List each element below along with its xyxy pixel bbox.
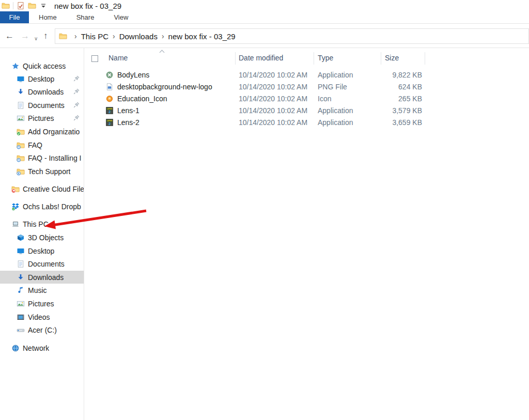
forward-button[interactable]: →	[21, 31, 29, 41]
breadcrumb-downloads[interactable]: Downloads	[119, 32, 158, 41]
sidebar-label: Pictures	[28, 300, 54, 308]
column-header-size[interactable]: Size	[385, 54, 399, 62]
file-name: desktopbackground-new-logo	[117, 83, 212, 91]
tab-share[interactable]: Share	[67, 11, 104, 23]
folder-icon	[59, 32, 67, 40]
properties-check-icon[interactable]	[17, 2, 25, 10]
file-size: 3,579 KB	[339, 106, 422, 115]
folder-icon[interactable]	[2, 2, 10, 10]
pin-icon	[73, 101, 80, 108]
sidebar-label: Acer (C:)	[28, 326, 57, 334]
folder-sync-icon	[17, 154, 25, 162]
tab-home[interactable]: Home	[29, 11, 67, 23]
breadcrumb-current-folder[interactable]: new box fix - 03_29	[168, 32, 236, 41]
divider	[13, 2, 13, 9]
svg-text:2: 2	[108, 121, 111, 126]
sidebar-item-acer-c-drive[interactable]: Acer (C:)	[0, 323, 84, 336]
sidebar-item-creative-cloud-files[interactable]: Creative Cloud File	[0, 182, 84, 195]
music-icon	[17, 286, 25, 294]
address-bar[interactable]: › This PC › Downloads › new box fix - 03…	[55, 28, 529, 44]
tab-file[interactable]: File	[0, 11, 29, 23]
sidebar-label: Add Organizatio	[28, 128, 80, 136]
sidebar-label: Quick access	[23, 62, 66, 70]
file-type: Icon	[318, 95, 331, 103]
column-header-date-modified[interactable]: Date modified	[239, 54, 283, 62]
sidebar-label: FAQ - Installing I	[28, 154, 81, 162]
sidebar-label: Videos	[28, 313, 50, 321]
up-button[interactable]: ↑	[43, 31, 48, 41]
column-header-name[interactable]: Name	[108, 54, 128, 62]
folder-check-icon	[17, 128, 25, 136]
breadcrumb-this-pc[interactable]: This PC	[81, 32, 108, 41]
sidebar-label: Desktop	[28, 247, 54, 255]
column-header-row: Name Date modified Type Size	[84, 50, 529, 66]
file-row-bodylens[interactable]: BodyLens 10/14/2020 10:02 AM Application…	[84, 69, 529, 81]
network-icon	[11, 344, 20, 352]
sidebar-item-faq-installing[interactable]: FAQ - Installing I	[0, 151, 84, 164]
sidebar-item-3d-objects[interactable]: 3D Objects	[0, 231, 84, 244]
sidebar-item-pictures[interactable]: Pictures	[0, 112, 84, 125]
window-title: new box fix - 03_29	[54, 2, 121, 10]
file-row-lens-2[interactable]: LENS2 Lens-2 10/14/2020 10:02 AM Applica…	[84, 117, 529, 129]
select-all-checkbox[interactable]	[91, 55, 98, 62]
sidebar-label: Tech Support	[28, 167, 71, 176]
desktop-icon	[17, 247, 25, 255]
sort-ascending-icon	[160, 50, 165, 55]
sidebar-item-quick-access[interactable]: Quick access	[0, 59, 84, 72]
sidebar-item-videos[interactable]: Videos	[0, 310, 84, 323]
education-orb-icon	[105, 95, 114, 103]
breadcrumb-separator-icon: ›	[70, 32, 81, 40]
sidebar-label: Ochs Labs! Dropb	[23, 203, 81, 211]
svg-text:2: 2	[108, 110, 111, 114]
sidebar-item-pictures-pc[interactable]: Pictures	[0, 297, 84, 310]
file-row-education-icon[interactable]: Education_Icon 10/14/2020 10:02 AM Icon …	[84, 93, 529, 105]
recent-locations-chevron-icon[interactable]: ∨	[34, 34, 38, 44]
sidebar-item-music[interactable]: Music	[0, 284, 84, 297]
sidebar-item-dropbox[interactable]: Ochs Labs! Dropb	[0, 200, 84, 213]
column-header-type[interactable]: Type	[318, 54, 333, 62]
column-resize-handle[interactable]	[235, 52, 236, 65]
column-resize-handle[interactable]	[425, 52, 425, 65]
column-resize-handle[interactable]	[381, 52, 381, 65]
back-button[interactable]: ←	[5, 31, 14, 41]
new-folder-icon[interactable]	[28, 2, 36, 10]
column-resize-handle[interactable]	[314, 52, 314, 65]
navigation-toolbar: ← → ∨ ↑ › This PC › Downloads › new box …	[0, 24, 529, 48]
file-name: Lens-2	[117, 118, 139, 127]
sidebar-item-this-pc[interactable]: This PC	[0, 217, 84, 230]
cube-icon	[17, 234, 25, 242]
laptop-icon	[11, 220, 20, 228]
file-date-modified: 10/14/2020 10:02 AM	[239, 106, 307, 115]
sidebar-item-documents[interactable]: Documents	[0, 99, 84, 112]
folder-people-icon	[17, 167, 25, 176]
document-icon	[17, 101, 25, 110]
sidebar-item-faq[interactable]: FAQ	[0, 138, 84, 151]
sidebar-item-tech-support[interactable]: Tech Support	[0, 165, 84, 178]
file-date-modified: 10/14/2020 10:02 AM	[239, 95, 307, 103]
sidebar-item-downloads[interactable]: Downloads	[0, 85, 84, 98]
sidebar-label: 3D Objects	[28, 234, 64, 242]
tab-view[interactable]: View	[104, 11, 138, 23]
sidebar-label: Music	[28, 286, 47, 294]
sidebar-item-network[interactable]: Network	[0, 341, 84, 354]
file-date-modified: 10/14/2020 10:02 AM	[239, 118, 307, 127]
folder-sync-icon	[17, 141, 25, 149]
pictures-icon	[17, 114, 25, 122]
videos-icon	[17, 313, 25, 321]
pin-icon	[73, 88, 80, 95]
sidebar-item-desktop[interactable]: Desktop	[0, 72, 84, 85]
sidebar-label: Documents	[28, 101, 65, 110]
customize-quick-access-icon[interactable]	[39, 2, 48, 10]
file-size: 3,659 KB	[339, 118, 422, 127]
sidebar-item-documents-pc[interactable]: Documents	[0, 257, 84, 270]
pictures-icon	[17, 300, 25, 308]
sidebar-item-add-organization[interactable]: Add Organizatio	[0, 125, 84, 138]
file-row-lens-1[interactable]: LENS2 Lens-1 10/14/2020 10:02 AM Applica…	[84, 105, 529, 117]
file-name: BodyLens	[117, 71, 149, 79]
sidebar-item-downloads-pc[interactable]: Downloads	[0, 271, 84, 284]
lens-app-icon: LENS2	[105, 118, 114, 127]
file-row-desktopbackground[interactable]: desktopbackground-new-logo 10/14/2020 10…	[84, 81, 529, 93]
sidebar-item-desktop-pc[interactable]: Desktop	[0, 244, 84, 257]
title-bar: new box fix - 03_29	[0, 0, 529, 11]
pin-icon	[73, 114, 80, 121]
